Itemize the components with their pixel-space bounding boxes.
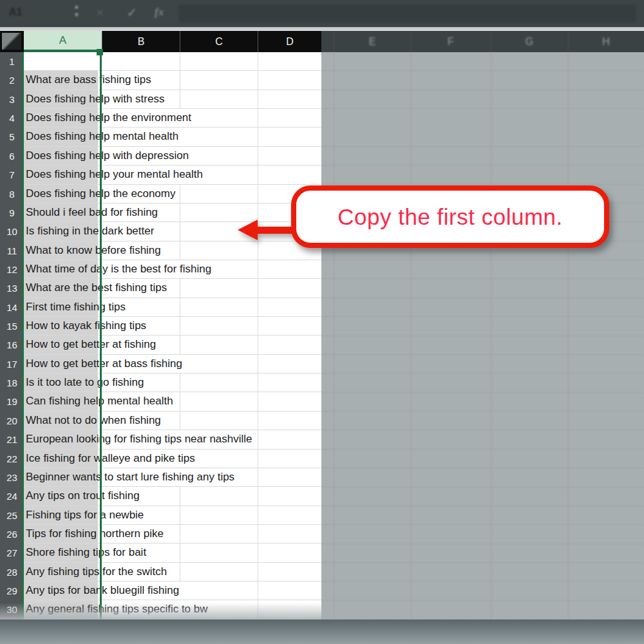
table-row[interactable]: Does fishing help with stress xyxy=(24,90,321,109)
column-header-c[interactable]: C xyxy=(180,31,258,52)
row-header-15[interactable]: 15 xyxy=(0,317,24,336)
table-row[interactable]: What are the best fishing tips xyxy=(24,279,321,298)
table-row[interactable]: Does fishing help the environment xyxy=(24,109,321,128)
table-row[interactable]: Any tips on trout fishing xyxy=(24,487,321,506)
cell-text: What are bass fishing tips xyxy=(26,71,154,89)
cell-text: What time of day is the best for fishing xyxy=(26,260,214,278)
row-header-17[interactable]: 17 xyxy=(0,355,24,374)
column-header-b[interactable]: B xyxy=(102,31,180,52)
table-row[interactable]: How to get better at bass fishing xyxy=(24,355,321,374)
row-header-18[interactable]: 18 xyxy=(0,374,24,392)
row-header-2[interactable]: 2 xyxy=(0,71,24,90)
row-header-25[interactable]: 25 xyxy=(0,506,24,525)
row-header-8[interactable]: 8 xyxy=(0,185,24,204)
row-header-24[interactable]: 24 xyxy=(0,487,24,506)
stepper-down-icon[interactable]: ▼ xyxy=(72,12,81,20)
cell-text: How to get better at fishing xyxy=(26,336,158,354)
blurred-gridlines xyxy=(321,52,644,620)
table-row[interactable]: Beginner wants to start lure fishing any… xyxy=(24,468,321,487)
cell-text: Tips for fishing northern pike xyxy=(26,525,166,543)
cell-text: Fishing tips for a newbie xyxy=(26,506,146,524)
formula-input[interactable] xyxy=(178,5,636,23)
row-number-gutter: 1234567891011121314151617181920212223242… xyxy=(0,52,24,620)
row-header-11[interactable]: 11 xyxy=(0,242,24,260)
table-row[interactable]: Does fishing help mental health xyxy=(24,128,321,146)
select-all-button[interactable] xyxy=(0,31,24,52)
row-header-22[interactable]: 22 xyxy=(0,450,24,468)
table-row[interactable]: What to know before fishing xyxy=(24,242,321,260)
table-row[interactable]: Does fishing help with depression xyxy=(24,147,321,166)
row-header-16[interactable]: 16 xyxy=(0,336,24,354)
fx-icon[interactable]: fx xyxy=(155,6,164,19)
table-row[interactable]: What not to do when fishing xyxy=(24,412,321,430)
table-row[interactable]: Ice fishing for walleye and pike tips xyxy=(24,450,321,468)
table-row[interactable]: Any tips for bank bluegill fishing xyxy=(24,582,321,600)
selection-handle[interactable] xyxy=(97,49,103,55)
table-row[interactable]: European looking for fishing tips near n… xyxy=(24,430,321,449)
blurred-column-headers: EFGH xyxy=(321,31,644,52)
instruction-callout: Copy the first column. xyxy=(291,185,609,248)
table-row[interactable]: Should i feel bad for fishing xyxy=(24,204,321,222)
table-row[interactable]: Is it too late to go fishing xyxy=(24,374,321,392)
sheet-grid[interactable]: What are bass fishing tipsDoes fishing h… xyxy=(24,52,321,620)
row-header-4[interactable]: 4 xyxy=(0,109,24,128)
row-header-27[interactable]: 27 xyxy=(0,544,24,562)
row-header-20[interactable]: 20 xyxy=(0,412,24,430)
row-header-3[interactable]: 3 xyxy=(0,90,24,109)
row-header-12[interactable]: 12 xyxy=(0,260,24,279)
confirm-icon[interactable]: ✓ xyxy=(127,5,137,20)
cell-text: What not to do when fishing xyxy=(26,412,164,430)
table-row[interactable]: What are bass fishing tips xyxy=(24,71,321,90)
blurred-sheet-overlay xyxy=(321,52,644,620)
column-header-d[interactable]: D xyxy=(258,31,321,52)
row-header-13[interactable]: 13 xyxy=(0,279,24,298)
arrow-left-icon xyxy=(238,220,258,240)
cell-text: Does fishing help mental health xyxy=(26,128,181,146)
table-row[interactable]: Tips for fishing northern pike xyxy=(24,525,321,544)
row-header-21[interactable]: 21 xyxy=(0,430,24,449)
table-row[interactable]: How to kayak fishing tips xyxy=(24,317,321,336)
table-row[interactable] xyxy=(24,52,321,71)
name-box-stepper[interactable]: ▲ ▼ xyxy=(72,3,81,20)
sheet-bottom-fade xyxy=(0,603,321,620)
cell-text: Is it too late to go fishing xyxy=(26,374,146,392)
table-row[interactable]: First time fishing tips xyxy=(24,298,321,317)
row-header-7[interactable]: 7 xyxy=(0,166,24,184)
cancel-icon[interactable]: ✕ xyxy=(96,7,104,19)
cell-text: Is fishing in the dark better xyxy=(26,222,156,240)
table-row[interactable]: Does fishing help your mental health xyxy=(24,166,321,184)
column-header-h: H xyxy=(602,31,610,52)
cell-name-box[interactable]: A1 xyxy=(9,6,22,18)
table-row[interactable]: Does fishing help the economy xyxy=(24,185,321,204)
stepper-up-icon[interactable]: ▲ xyxy=(72,3,81,12)
row-header-29[interactable]: 29 xyxy=(0,582,24,600)
cell-text: Does fishing help the environment xyxy=(26,109,194,127)
row-header-28[interactable]: 28 xyxy=(0,563,24,582)
cell-text: Does fishing help with depression xyxy=(26,147,191,165)
table-row[interactable]: Can fishing help mental health xyxy=(24,392,321,411)
row-header-23[interactable]: 23 xyxy=(0,468,24,487)
table-row[interactable]: Shore fishing tips for bait xyxy=(24,544,321,562)
row-header-19[interactable]: 19 xyxy=(0,392,24,411)
cell-text: Ice fishing for walleye and pike tips xyxy=(26,450,198,468)
row-header-26[interactable]: 26 xyxy=(0,525,24,544)
cell-text: Does fishing help the economy xyxy=(26,185,178,203)
cell-text: Should i feel bad for fishing xyxy=(26,204,160,222)
row-header-14[interactable]: 14 xyxy=(0,298,24,317)
row-header-5[interactable]: 5 xyxy=(0,128,24,146)
table-row[interactable]: What time of day is the best for fishing xyxy=(24,260,321,279)
cell-text: First time fishing tips xyxy=(26,298,128,316)
table-row[interactable]: Any fishing tips for the switch xyxy=(24,563,321,582)
cell-text: What are the best fishing tips xyxy=(26,279,169,297)
table-row[interactable]: How to get better at fishing xyxy=(24,336,321,354)
column-header-e: E xyxy=(369,31,376,52)
row-header-1[interactable]: 1 xyxy=(0,52,24,71)
row-header-6[interactable]: 6 xyxy=(0,147,24,166)
table-row[interactable]: Fishing tips for a newbie xyxy=(24,506,321,525)
cell-text: Any tips on trout fishing xyxy=(26,487,142,505)
column-header-a[interactable]: A xyxy=(24,31,102,52)
cell-text: Any tips for bank bluegill fishing xyxy=(26,582,182,600)
row-header-9[interactable]: 9 xyxy=(0,204,24,222)
cell-text: Does fishing help with stress xyxy=(26,90,167,108)
row-header-10[interactable]: 10 xyxy=(0,222,24,241)
